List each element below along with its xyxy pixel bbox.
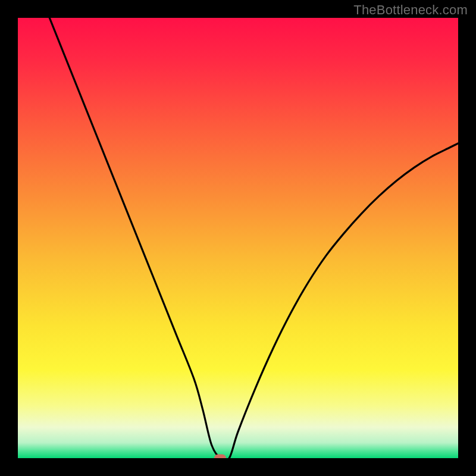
bottleneck-curve [18,18,458,458]
plot-area [18,18,458,458]
chart-frame: TheBottleneck.com [0,0,476,476]
watermark-text: TheBottleneck.com [353,2,468,18]
optimal-point-marker [214,455,226,459]
